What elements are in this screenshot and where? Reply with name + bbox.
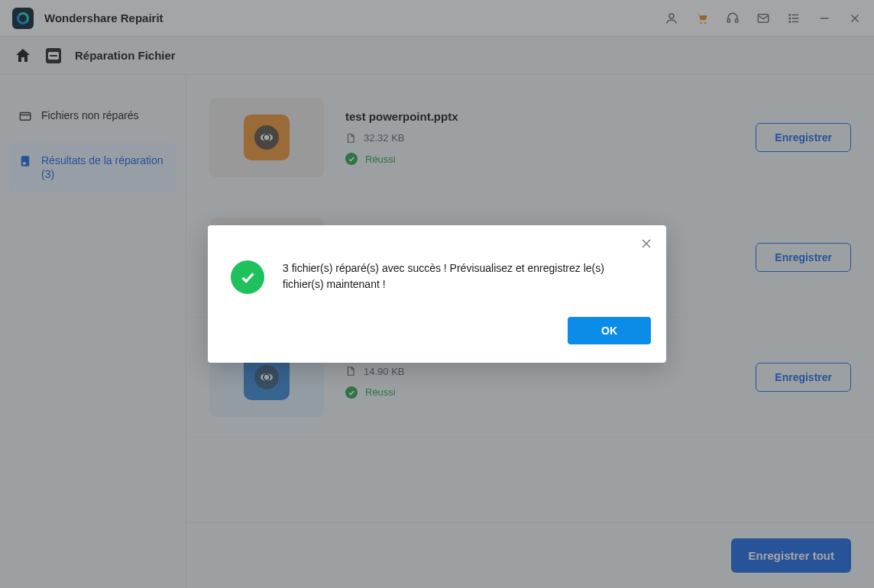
success-dialog: 3 fichier(s) réparé(s) avec succès ! Pré… <box>208 225 666 363</box>
success-check-icon <box>231 260 264 294</box>
dialog-message: 3 fichier(s) réparé(s) avec succès ! Pré… <box>283 260 643 292</box>
close-icon[interactable] <box>639 236 654 251</box>
modal-overlay[interactable]: 3 fichier(s) réparé(s) avec succès ! Pré… <box>0 0 874 588</box>
ok-button[interactable]: OK <box>568 317 651 344</box>
